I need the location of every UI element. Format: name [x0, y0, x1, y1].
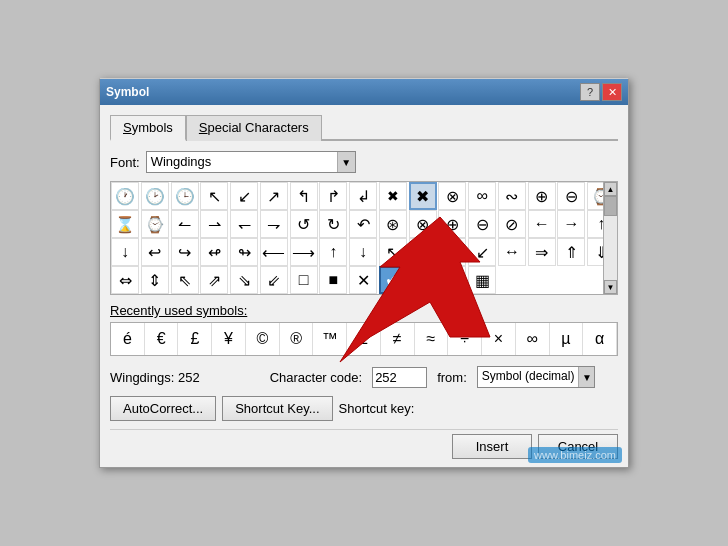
- symbol-cell[interactable]: ✖: [379, 182, 407, 210]
- scroll-thumb[interactable]: [604, 196, 617, 216]
- wingdings-info: Wingdings: 252: [110, 370, 200, 385]
- symbol-cell[interactable]: ⇔: [111, 266, 139, 294]
- symbol-cell[interactable]: ⊖: [557, 182, 585, 210]
- info-row: Wingdings: 252 Character code: from: Sym…: [110, 366, 618, 388]
- symbol-cell[interactable]: ↑: [319, 238, 347, 266]
- symbol-cell[interactable]: ⇕: [141, 266, 169, 294]
- symbol-cell[interactable]: ↓: [111, 238, 139, 266]
- title-bar: Symbol ? ✕: [100, 79, 628, 105]
- recent-symbol[interactable]: ±: [347, 323, 381, 355]
- title-bar-buttons: ? ✕: [580, 83, 622, 101]
- symbol-cell[interactable]: ↘: [438, 238, 466, 266]
- symbol-cell[interactable]: ⇙: [260, 266, 288, 294]
- symbol-cell[interactable]: ↻: [319, 210, 347, 238]
- symbol-cell[interactable]: ⇒: [528, 238, 556, 266]
- symbol-cell[interactable]: ⊗: [409, 210, 437, 238]
- insert-button[interactable]: Insert: [452, 434, 532, 459]
- symbol-cell[interactable]: ←: [528, 210, 556, 238]
- selected-symbol-cell[interactable]: ✔: [379, 266, 407, 294]
- symbol-cell[interactable]: ⊕: [528, 182, 556, 210]
- recent-symbol[interactable]: ÷: [448, 323, 482, 355]
- symbol-cell[interactable]: ⟶: [290, 238, 318, 266]
- recent-symbol[interactable]: ×: [482, 323, 516, 355]
- watermark: www.bimeiz.com: [528, 447, 622, 463]
- symbol-cell[interactable]: ∞: [468, 182, 496, 210]
- symbol-cell[interactable]: ↖: [379, 238, 407, 266]
- symbol-cell[interactable]: ↱: [319, 182, 347, 210]
- symbol-cell[interactable]: ↶: [349, 210, 377, 238]
- symbol-cell[interactable]: ⊘: [498, 210, 526, 238]
- symbol-cell[interactable]: ⌛: [111, 210, 139, 238]
- symbol-cell[interactable]: ⊠: [409, 266, 437, 294]
- autocorrect-button[interactable]: AutoCorrect...: [110, 396, 216, 421]
- symbol-cell[interactable]: ⇁: [260, 210, 288, 238]
- symbol-cell[interactable]: ↙: [468, 238, 496, 266]
- symbol-cell[interactable]: □: [290, 266, 318, 294]
- symbol-grid-container: 🕐 🕑 🕒 ↖ ↙ ↗ ↰ ↱ ↲ ✖ ✖ ⊗ ∞ ∾ ⊕ ⊖ ⌚ ⌛ ⌚: [110, 181, 618, 295]
- shortcut-key-button[interactable]: Shortcut Key...: [222, 396, 332, 421]
- symbol-cell[interactable]: ↽: [230, 210, 258, 238]
- button-row: AutoCorrect... Shortcut Key... Shortcut …: [110, 396, 618, 421]
- symbol-cell[interactable]: ↺: [290, 210, 318, 238]
- symbol-cell[interactable]: 🕑: [141, 182, 169, 210]
- symbol-cell[interactable]: ■: [319, 266, 347, 294]
- scroll-down-button[interactable]: ▼: [604, 280, 617, 294]
- symbol-cell[interactable]: ↗: [260, 182, 288, 210]
- tab-symbols[interactable]: Symbols: [110, 115, 186, 141]
- symbol-cell[interactable]: ⇘: [230, 266, 258, 294]
- symbol-cell[interactable]: ↪: [171, 238, 199, 266]
- from-dropdown-arrow-icon[interactable]: ▼: [578, 367, 594, 387]
- symbol-cell[interactable]: ↗: [409, 238, 437, 266]
- recent-symbol[interactable]: ≠: [381, 323, 415, 355]
- symbol-cell[interactable]: ⌚: [141, 210, 169, 238]
- symbol-cell[interactable]: ✖: [409, 182, 437, 210]
- symbol-cell[interactable]: ↖: [200, 182, 228, 210]
- symbol-cell[interactable]: ⊛: [379, 210, 407, 238]
- recent-symbol[interactable]: €: [145, 323, 179, 355]
- symbol-cell[interactable]: ☑: [438, 266, 466, 294]
- symbol-cell[interactable]: 🕒: [171, 182, 199, 210]
- symbol-cell[interactable]: ⊕: [438, 210, 466, 238]
- symbol-cell[interactable]: →: [557, 210, 585, 238]
- symbol-cell[interactable]: ⇑: [557, 238, 585, 266]
- recent-symbol[interactable]: ©: [246, 323, 280, 355]
- close-button[interactable]: ✕: [602, 83, 622, 101]
- recent-symbol[interactable]: ™: [313, 323, 347, 355]
- recent-symbol[interactable]: µ: [550, 323, 584, 355]
- char-code-input[interactable]: [372, 367, 427, 388]
- scrollbar[interactable]: ▲ ▼: [603, 182, 617, 294]
- symbol-cell[interactable]: ↔: [498, 238, 526, 266]
- recent-symbol[interactable]: é: [111, 323, 145, 355]
- recent-symbol[interactable]: ®: [280, 323, 314, 355]
- scroll-up-button[interactable]: ▲: [604, 182, 617, 196]
- tab-special-characters[interactable]: Special Characters: [186, 115, 322, 141]
- symbol-cell[interactable]: ↼: [171, 210, 199, 238]
- char-code-label: Character code:: [270, 370, 363, 385]
- recent-symbol[interactable]: ∞: [516, 323, 550, 355]
- symbol-cell[interactable]: ⇀: [200, 210, 228, 238]
- symbol-cell[interactable]: ↲: [349, 182, 377, 210]
- symbol-cell[interactable]: ↫: [200, 238, 228, 266]
- symbol-cell[interactable]: ↩: [141, 238, 169, 266]
- from-select-wrapper[interactable]: Symbol (decimal) ▼: [477, 366, 596, 388]
- symbol-cell[interactable]: ⊖: [468, 210, 496, 238]
- recent-symbol[interactable]: α: [583, 323, 617, 355]
- symbol-cell[interactable]: ∾: [498, 182, 526, 210]
- symbol-cell[interactable]: 🕐: [111, 182, 139, 210]
- symbol-cell[interactable]: ↓: [349, 238, 377, 266]
- symbol-cell[interactable]: ⊗: [438, 182, 466, 210]
- recent-symbol[interactable]: ¥: [212, 323, 246, 355]
- symbol-cell[interactable]: ▦: [468, 266, 496, 294]
- recent-symbol[interactable]: ≈: [415, 323, 449, 355]
- symbol-cell[interactable]: ⟵: [260, 238, 288, 266]
- symbol-cell[interactable]: ✕: [349, 266, 377, 294]
- recent-symbol[interactable]: £: [178, 323, 212, 355]
- font-dropdown-arrow-icon[interactable]: ▼: [337, 152, 355, 172]
- symbol-cell[interactable]: ⇖: [171, 266, 199, 294]
- help-button[interactable]: ?: [580, 83, 600, 101]
- symbol-cell[interactable]: ↬: [230, 238, 258, 266]
- symbol-cell[interactable]: ↙: [230, 182, 258, 210]
- font-select-wrapper[interactable]: Wingdings ▼: [146, 151, 356, 173]
- symbol-cell[interactable]: ⇗: [200, 266, 228, 294]
- symbol-cell[interactable]: ↰: [290, 182, 318, 210]
